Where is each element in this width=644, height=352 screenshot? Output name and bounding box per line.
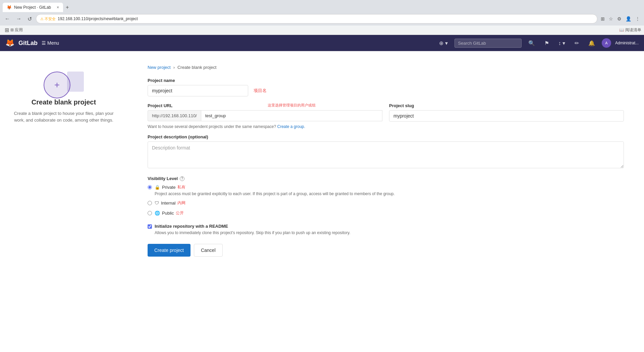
reading-mode-button[interactable]: 📖 阅读清单 <box>619 27 641 33</box>
init-readme-section: Initialize repository with a README Allo… <box>148 224 624 236</box>
project-name-section: Project name 项目名 <box>148 78 624 96</box>
visibility-internal-option: 🛡 Internal 内网 <box>148 200 624 207</box>
create-group-link[interactable]: Create a group. <box>277 124 305 129</box>
project-slug-section: Project slug <box>389 103 624 122</box>
search-button[interactable]: 🔍 <box>526 38 538 48</box>
init-readme-checkbox[interactable] <box>148 224 152 229</box>
namespace-help-text: Want to house several dependent projects… <box>148 124 624 129</box>
right-panel: New project › Create blank project Proje… <box>127 51 644 352</box>
edit-button[interactable]: ✏ <box>572 38 582 48</box>
reload-button[interactable]: ↺ <box>25 14 34 24</box>
project-slug-label: Project slug <box>389 103 624 108</box>
extensions-button[interactable]: ⚙ <box>616 15 623 23</box>
url-select-wrapper: 这里选择管理项目的用户或组 test_group Administrator <box>201 110 382 121</box>
tab-title: New Project · GitLab <box>14 5 54 10</box>
public-radio[interactable] <box>148 211 152 215</box>
visibility-section: Visibility Level ? 🔒 Private 私有 Project … <box>148 176 624 217</box>
left-panel-description: Create a blank project to house your fil… <box>13 110 114 123</box>
project-slug-input[interactable] <box>389 110 624 122</box>
private-description: Project access must be granted explicitl… <box>155 191 624 197</box>
private-annotation: 私有 <box>177 184 185 190</box>
apps-label: ⊞ 应用 <box>10 27 23 33</box>
new-item-button[interactable]: ⊕ ▾ <box>436 38 450 48</box>
tab-favicon: 🦊 <box>7 5 11 10</box>
left-panel-title: Create blank project <box>32 98 96 106</box>
issues-button[interactable]: ⚑ <box>542 38 552 48</box>
url-prefix: http://192.168.100.110/ <box>148 110 201 121</box>
address-bar[interactable]: ⚠ 不安全 192.168.100.110/projects/new#blank… <box>36 14 597 24</box>
security-warning: ⚠ 不安全 <box>40 16 56 21</box>
address-bar-row: ← → ↺ ⚠ 不安全 192.168.100.110/projects/new… <box>0 12 644 26</box>
shield-icon: 🛡 <box>155 201 159 206</box>
breadcrumb-separator: › <box>173 65 175 70</box>
init-readme-description: Allows you to immediately clone this pro… <box>155 230 350 236</box>
visibility-public-option: 🌐 Public 公开 <box>148 210 624 217</box>
gitlab-header: 🦊 GitLab ☰ Menu ⊕ ▾ 🔍 ⚑ ↕ ▾ ✏ 🔔 A Admini… <box>0 35 644 51</box>
apps-item[interactable]: ⊞ ⊞ 应用 <box>3 26 25 34</box>
menu-button[interactable]: ☰ Menu <box>42 40 59 46</box>
init-readme-row: Initialize repository with a README Allo… <box>148 224 624 236</box>
project-description-section: Project description (optional) <box>148 134 624 169</box>
create-project-button[interactable]: Create project <box>148 244 191 257</box>
private-radio[interactable] <box>148 185 152 189</box>
url-slug-row: Project URL http://192.168.100.110/ 这里选择… <box>148 103 624 122</box>
public-annotation: 公开 <box>176 210 184 216</box>
hamburger-icon: ☰ <box>42 40 46 46</box>
breadcrumb-new-project[interactable]: New project <box>148 65 171 70</box>
left-panel: + Create blank project Create a blank pr… <box>0 51 127 352</box>
cancel-button[interactable]: Cancel <box>194 244 223 257</box>
lock-icon: 🔒 <box>155 185 160 190</box>
apps-grid-icon: ⊞ <box>5 27 9 33</box>
visibility-help-icon[interactable]: ? <box>180 176 184 181</box>
profile-button[interactable]: 👤 <box>624 15 633 23</box>
form-actions: Create project Cancel <box>148 244 624 257</box>
gitlab-logo[interactable]: GitLab <box>18 40 38 47</box>
url-annotation: 这里选择管理项目的用户或组 <box>268 103 316 108</box>
project-url-label: Project URL <box>148 103 382 108</box>
admin-label: Administrat... <box>615 41 639 45</box>
project-url-section: Project URL http://192.168.100.110/ 这里选择… <box>148 103 382 121</box>
new-tab-button[interactable]: + <box>63 3 71 12</box>
avatar[interactable]: A <box>602 38 611 48</box>
project-name-input[interactable] <box>148 85 248 96</box>
internal-annotation: 内网 <box>177 200 185 206</box>
project-name-annotation: 项目名 <box>254 88 267 94</box>
notifications-bell[interactable]: 🔔 <box>586 38 598 48</box>
translate-button[interactable]: ⊞ <box>599 15 606 23</box>
visibility-label: Visibility Level ? <box>148 176 624 181</box>
globe-icon: 🌐 <box>155 211 160 216</box>
browser-tab[interactable]: 🦊 New Project · GitLab × <box>3 3 63 12</box>
forward-button[interactable]: → <box>14 14 23 23</box>
create-icon: + <box>44 72 70 98</box>
tab-close-button[interactable]: × <box>57 5 59 10</box>
namespace-select[interactable]: test_group Administrator <box>201 110 382 121</box>
url-row: http://192.168.100.110/ 这里选择管理项目的用户或组 te… <box>148 110 382 121</box>
internal-radio[interactable] <box>148 201 152 205</box>
project-description-label: Project description (optional) <box>148 134 624 139</box>
project-name-label: Project name <box>148 78 624 83</box>
extensions-bar: ⊞ ⊞ 应用 📖 阅读清单 <box>0 26 644 35</box>
main-content: + Create blank project Create a blank pr… <box>0 51 644 352</box>
breadcrumb: New project › Create blank project <box>148 65 624 70</box>
back-button[interactable]: ← <box>3 14 12 23</box>
project-description-input[interactable] <box>148 141 624 168</box>
menu-button[interactable]: ⋮ <box>634 15 641 23</box>
visibility-private-option: 🔒 Private 私有 Project access must be gran… <box>148 184 624 197</box>
plus-icon: + <box>54 80 60 90</box>
init-readme-label: Initialize repository with a README <box>155 224 350 229</box>
breadcrumb-current: Create blank project <box>177 65 216 70</box>
gitlab-fox-icon: 🦊 <box>5 39 14 47</box>
search-input[interactable] <box>454 39 522 48</box>
browser-actions: ⊞ ☆ ⚙ 👤 ⋮ <box>599 15 641 23</box>
url-text: 192.168.100.110/projects/new#blank_proje… <box>58 16 593 21</box>
bookmark-button[interactable]: ☆ <box>607 15 614 23</box>
merge-requests-button[interactable]: ↕ ▾ <box>556 38 568 48</box>
